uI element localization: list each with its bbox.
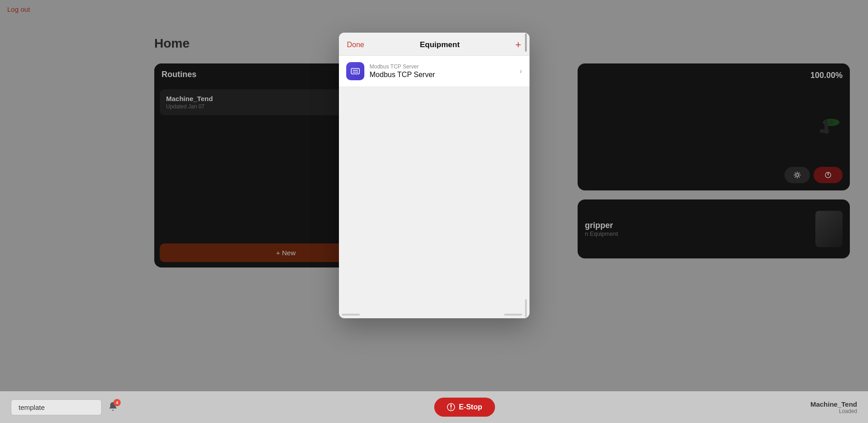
scrollbar-top xyxy=(525,34,527,52)
template-display[interactable]: template xyxy=(11,399,102,415)
machine-tend-name: Machine_Tend xyxy=(810,400,857,408)
estop-button[interactable]: E-Stop xyxy=(434,398,495,417)
modal-add-button[interactable]: + xyxy=(515,40,521,50)
equipment-name: Modbus TCP Server xyxy=(370,71,515,79)
bottom-bar: template 4 E-Stop Machine_Tend Loaded xyxy=(0,391,868,423)
equipment-modal: Done Equipment + Modbus TCP Server Modbu… xyxy=(339,33,530,318)
notification-badge: 4 xyxy=(113,399,121,406)
scrollbar-bottom xyxy=(525,299,527,317)
modal-done-button[interactable]: Done xyxy=(347,41,364,49)
equipment-info: Modbus TCP Server Modbus TCP Server xyxy=(370,63,515,79)
machine-tend-loaded: Loaded xyxy=(810,408,857,414)
svg-point-12 xyxy=(451,408,451,409)
equipment-item[interactable]: Modbus TCP Server Modbus TCP Server › xyxy=(339,56,530,87)
notification-button[interactable]: 4 xyxy=(107,401,119,414)
modal-body: Modbus TCP Server Modbus TCP Server › xyxy=(339,56,530,318)
scrollbar-left xyxy=(342,314,360,316)
chevron-right-icon: › xyxy=(520,67,522,75)
bottom-left: template 4 xyxy=(11,399,119,415)
modal-title: Equipment xyxy=(420,40,460,49)
svg-point-10 xyxy=(356,72,358,73)
equipment-type: Modbus TCP Server xyxy=(370,63,515,70)
equipment-icon xyxy=(346,62,364,80)
scrollbar-right xyxy=(504,314,522,316)
estop-icon xyxy=(447,403,455,411)
modbus-icon xyxy=(350,66,360,76)
svg-rect-9 xyxy=(351,68,359,74)
modal-header: Done Equipment + xyxy=(339,33,530,56)
machine-tend-status: Machine_Tend Loaded xyxy=(810,400,857,414)
